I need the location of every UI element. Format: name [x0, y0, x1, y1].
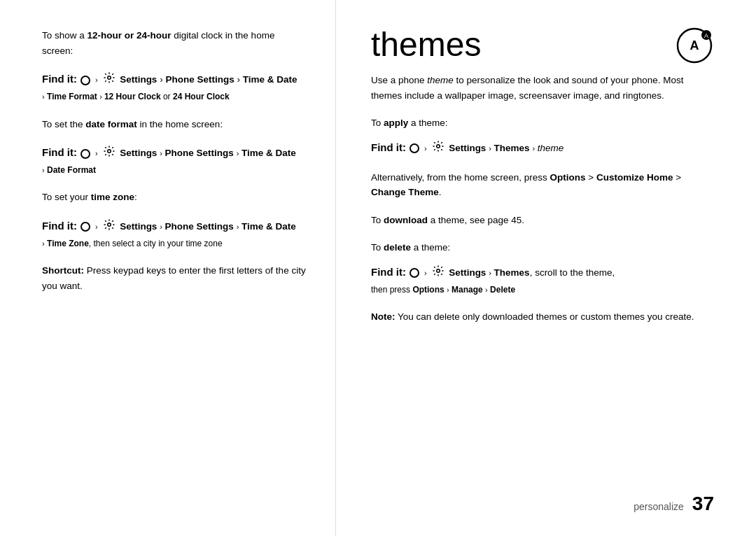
path-settings-1: Settings — [120, 74, 157, 85]
path-time-date-1: Time & Date — [243, 74, 298, 85]
footer-number: 37 — [692, 493, 714, 515]
sub-path-3: › Time Zone, then select a city in your … — [42, 239, 223, 248]
page-title: themes — [371, 28, 714, 62]
find-it-3: Find it: › Settings › Phone Settings › T… — [42, 218, 307, 251]
themes-intro: Use a phone theme to personalize the loo… — [371, 73, 714, 103]
settings-icon-5 — [432, 265, 444, 282]
apply-intro: To apply a theme: — [371, 115, 714, 131]
sub-path-1: › Time Format › 12 Hour Clock or 24 Hour… — [42, 92, 230, 101]
alt-text: Alternatively, from the home screen, pre… — [371, 170, 714, 200]
svg-text:A: A — [690, 38, 699, 52]
download-text: To download a theme, see page 45. — [371, 213, 714, 228]
right-column: A A themes Use a phone theme to personal… — [336, 0, 756, 536]
arrow-2: › — [95, 149, 98, 157]
theme-icon: A A — [676, 27, 714, 65]
nav-dot-icon-5 — [410, 268, 419, 278]
sub-path-2: › Date Format — [42, 165, 96, 175]
settings-icon-1 — [103, 71, 115, 89]
settings-icon-4 — [432, 140, 444, 157]
find-it-label-2: Find it: — [42, 146, 80, 158]
svg-point-8 — [437, 269, 440, 273]
date-format-intro: To set the date format in the home scree… — [42, 117, 307, 132]
settings-icon-2 — [103, 145, 115, 162]
note-text: Note: You can delete only downloaded the… — [371, 309, 714, 325]
svg-point-1 — [108, 150, 111, 153]
find-it-1: Find it: › Settings › Phone Settings › T… — [42, 71, 307, 104]
svg-point-2 — [108, 223, 111, 227]
svg-point-7 — [437, 145, 440, 148]
footer-label: personalize — [634, 501, 684, 512]
find-it-label-1: Find it: — [42, 73, 80, 85]
svg-text:A: A — [704, 32, 708, 39]
nav-dot-icon-1 — [80, 76, 90, 85]
page-footer: personalize 37 — [634, 493, 714, 515]
nav-dot-icon-4 — [410, 143, 419, 153]
delete-intro: To delete a theme: — [371, 240, 714, 255]
time-zone-intro: To set your time zone: — [42, 190, 307, 205]
sub-path-5: then press Options › Manage › Delete — [371, 285, 515, 295]
find-it-4: Find it: › Settings › Themes › theme — [371, 139, 714, 157]
nav-dot-icon-3 — [80, 222, 90, 232]
find-it-2: Find it: › Settings › Phone Settings › T… — [42, 144, 307, 177]
shortcut-paragraph: Shortcut: Press keypad keys to enter the… — [42, 263, 307, 293]
find-it-label-5: Find it: — [371, 266, 409, 278]
nav-dot-icon-2 — [80, 149, 90, 159]
find-it-label-3: Find it: — [42, 220, 80, 232]
intro-paragraph: To show a 12-hour or 24-hour digital clo… — [42, 28, 307, 58]
find-it-5: Find it: › Settings › Themes, scroll to … — [371, 264, 714, 297]
svg-point-0 — [108, 76, 111, 80]
find-it-label-4: Find it: — [371, 141, 409, 153]
arrow-1: › — [95, 76, 98, 84]
settings-icon-3 — [103, 218, 115, 236]
left-column: To show a 12-hour or 24-hour digital clo… — [0, 0, 336, 536]
path-phone-settings-1: Phone Settings — [165, 74, 234, 85]
